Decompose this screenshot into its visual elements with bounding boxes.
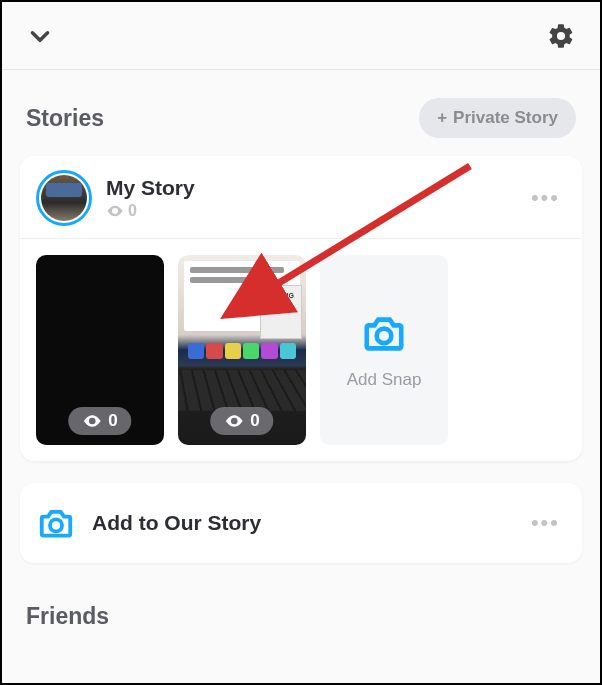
more-icon[interactable]: ••• xyxy=(525,185,566,211)
more-icon[interactable]: ••• xyxy=(525,510,566,536)
my-story-header[interactable]: My Story 0 ••• xyxy=(20,156,582,239)
eye-icon xyxy=(106,202,124,220)
my-story-title: My Story xyxy=(106,176,525,200)
add-to-our-story-row[interactable]: Add to Our Story ••• xyxy=(20,483,582,563)
snap-view-badge: 0 xyxy=(210,407,273,435)
svg-point-0 xyxy=(377,329,392,344)
my-story-view-count: 0 xyxy=(128,202,137,220)
private-story-label: Private Story xyxy=(453,108,558,128)
stories-title: Stories xyxy=(26,105,104,132)
eye-icon xyxy=(224,411,244,431)
plus-icon: + xyxy=(437,108,447,128)
my-story-views: 0 xyxy=(106,202,525,220)
camera-icon xyxy=(36,503,76,543)
camera-icon xyxy=(361,310,407,356)
eye-icon xyxy=(82,411,102,431)
snap-view-badge: 0 xyxy=(68,407,131,435)
my-story-card: My Story 0 ••• 0 CHANGFONT 0 xyxy=(20,156,582,461)
svg-point-1 xyxy=(50,519,62,531)
story-avatar xyxy=(36,170,92,226)
snap-thumbnail[interactable]: 0 xyxy=(36,255,164,445)
add-snap-label: Add Snap xyxy=(347,370,422,390)
snap-view-count: 0 xyxy=(108,411,117,431)
our-story-label: Add to Our Story xyxy=(92,511,525,535)
our-story-card: Add to Our Story ••• xyxy=(20,483,582,563)
story-meta: My Story 0 xyxy=(106,176,525,220)
top-bar xyxy=(2,2,600,70)
stories-section-header: Stories + Private Story xyxy=(2,70,600,156)
snap-thumbnail[interactable]: CHANGFONT 0 xyxy=(178,255,306,445)
gear-icon[interactable] xyxy=(546,21,576,51)
add-snap-button[interactable]: Add Snap xyxy=(320,255,448,445)
private-story-button[interactable]: + Private Story xyxy=(419,98,576,138)
friends-title: Friends xyxy=(2,585,600,630)
chevron-down-icon[interactable] xyxy=(26,22,54,50)
snaps-row: 0 CHANGFONT 0 Add Snap xyxy=(20,239,582,461)
snap-view-count: 0 xyxy=(250,411,259,431)
